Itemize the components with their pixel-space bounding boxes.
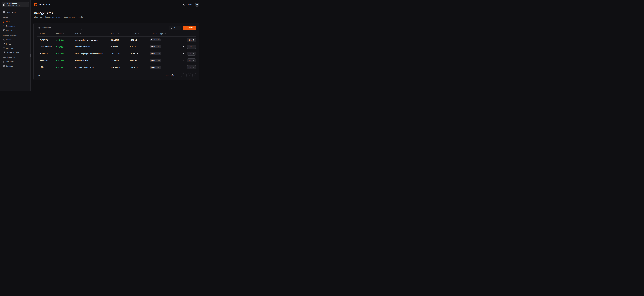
search-icon xyxy=(38,27,40,29)
pagination-next-button[interactable] xyxy=(188,73,191,77)
chevrons-left-icon xyxy=(179,74,181,76)
edit-button[interactable]: Edit xyxy=(187,45,196,49)
sidebar-item-users[interactable]: Users xyxy=(2,38,29,42)
connection-type: Newt xyxy=(151,53,155,54)
search-input[interactable] xyxy=(36,26,82,30)
sort-icon xyxy=(79,33,81,34)
nav-section-label: ORGANIZATION xyxy=(2,57,29,59)
site-id-cell: dead-san-joaquin-antelope-squirrel xyxy=(75,50,111,57)
link-icon xyxy=(3,52,5,54)
sidebar-item-api-keys[interactable]: API Keys xyxy=(2,60,29,64)
column-header-name[interactable]: Name xyxy=(36,32,56,36)
top-actions: System M xyxy=(183,2,199,7)
chevrons-up-down-icon xyxy=(26,4,28,6)
column-label: Name xyxy=(40,32,44,35)
refresh-button[interactable]: Refresh xyxy=(169,26,181,30)
column-header-online[interactable]: Online xyxy=(56,32,75,36)
sort-icon xyxy=(62,33,64,34)
connection-type-badge: Newtv1.3.2 xyxy=(150,66,161,69)
data-out-cell: 3.20 MB xyxy=(130,44,150,50)
row-menu-button[interactable] xyxy=(182,52,185,56)
connection-version: v1.3.2 xyxy=(156,60,160,61)
data-out-cell: 780.12 GB xyxy=(130,64,150,71)
pagination-prev-button[interactable] xyxy=(183,73,186,77)
org-selector[interactable]: Organization milo@fossorial.io's ... xyxy=(2,2,29,8)
sites-card: Refresh Add Site Name xyxy=(34,23,199,80)
page-subtitle: Allow connectivity to your network throu… xyxy=(34,16,199,18)
site-name-cell: AWS VPC xyxy=(36,36,56,44)
table-header: Name Online Site Data In xyxy=(36,32,196,36)
edit-button[interactable]: Edit xyxy=(187,38,196,42)
row-menu-button[interactable] xyxy=(182,66,185,69)
connection-version: v1.3.2 xyxy=(156,39,160,41)
status-badge: Online xyxy=(56,39,64,41)
card-toolbar: Refresh Add Site xyxy=(36,26,196,30)
column-label: Connection Type xyxy=(150,32,163,35)
nav-section-general: GENERALSitesResourcesDomains xyxy=(2,17,29,32)
sidebar-item-settings[interactable]: Settings xyxy=(2,64,29,68)
page-size-select[interactable]: 20 xyxy=(36,73,45,77)
add-site-button[interactable]: Add Site xyxy=(182,26,196,30)
sort-icon xyxy=(46,33,47,34)
sidebar-item-shareable-links[interactable]: Shareable Links xyxy=(2,50,29,54)
server-icon xyxy=(3,11,5,14)
sidebar-item-roles[interactable]: Roles xyxy=(2,42,29,46)
table-row: Edge Device 01Onlinefortunate-cape-fox5.… xyxy=(36,44,196,50)
page-size-value: 20 xyxy=(38,74,40,76)
column-header-connection-type[interactable]: Connection Type xyxy=(150,32,175,36)
edit-button[interactable]: Edit xyxy=(187,58,196,62)
column-header-site[interactable]: Site xyxy=(75,32,111,36)
site-id-cell: welcome-giant-mole-rat xyxy=(75,64,111,71)
pagination-last-button[interactable] xyxy=(192,73,196,77)
status-label: Online xyxy=(58,53,64,55)
row-menu-button[interactable] xyxy=(182,45,185,48)
sidebar-item-label: Sites xyxy=(6,21,10,23)
site-name-cell: Home Lab xyxy=(36,50,56,57)
pager xyxy=(178,73,196,77)
sidebar-item-server-admin[interactable]: Server Admin xyxy=(2,10,29,14)
org-selector-value: milo@fossorial.io's ... xyxy=(6,5,24,6)
theme-toggle-button[interactable]: System xyxy=(183,4,192,6)
edit-button[interactable]: Edit xyxy=(187,65,196,69)
sidebar-nav: GENERALSitesResourcesDomainsACCESS CONTR… xyxy=(2,17,29,68)
sidebar-item-sites[interactable]: Sites xyxy=(2,20,29,24)
online-dot-icon xyxy=(56,46,57,48)
org-selector-label: Organization xyxy=(6,3,24,4)
topbar: PANGOLIN System M xyxy=(34,0,199,9)
sidebar-item-label: Server Admin xyxy=(6,11,17,14)
sidebar-item-domains[interactable]: Domains xyxy=(2,28,29,32)
status-label: Online xyxy=(58,46,64,48)
online-dot-icon xyxy=(56,60,57,61)
arrow-right-icon xyxy=(192,53,194,54)
status-badge: Online xyxy=(56,46,64,48)
sidebar-item-resources[interactable]: Resources xyxy=(2,24,29,28)
arrow-right-icon xyxy=(192,60,194,61)
row-menu-button[interactable] xyxy=(182,38,185,42)
column-header-data-in[interactable]: Data In xyxy=(111,32,130,36)
online-dot-icon xyxy=(56,53,57,54)
site-name-cell: Office xyxy=(36,64,56,71)
connection-version: v1.3.2 xyxy=(156,46,160,48)
sidebar-item-invitations[interactable]: Invitations xyxy=(2,46,29,50)
page-title: Manage Sites xyxy=(34,11,199,15)
user-icon xyxy=(3,39,5,41)
edit-label: Edit xyxy=(188,39,192,41)
arrow-right-icon xyxy=(192,39,194,41)
globe-icon xyxy=(3,29,5,31)
column-header-actions xyxy=(175,32,196,36)
ticket-check-icon xyxy=(3,47,5,49)
online-dot-icon xyxy=(56,40,57,40)
connection-type: Newt xyxy=(151,66,155,68)
card-footer: 20 Page 1 of 1 xyxy=(36,73,196,77)
column-header-data-out[interactable]: Data Out xyxy=(130,32,150,36)
table-row: AWS VPCOnlinevivacious-little-blue-pengu… xyxy=(36,36,196,44)
pagination-first-button[interactable] xyxy=(178,73,182,77)
site-name-cell: Edge Device 01 xyxy=(36,44,56,50)
site-id-cell: fortunate-cape-fox xyxy=(75,44,111,50)
add-site-label: Add Site xyxy=(188,27,194,29)
avatar[interactable]: M xyxy=(195,2,199,7)
edit-button[interactable]: Edit xyxy=(187,52,196,56)
row-menu-button[interactable] xyxy=(182,59,185,62)
chevron-right-icon xyxy=(188,74,190,76)
chevron-left-icon xyxy=(184,74,186,76)
